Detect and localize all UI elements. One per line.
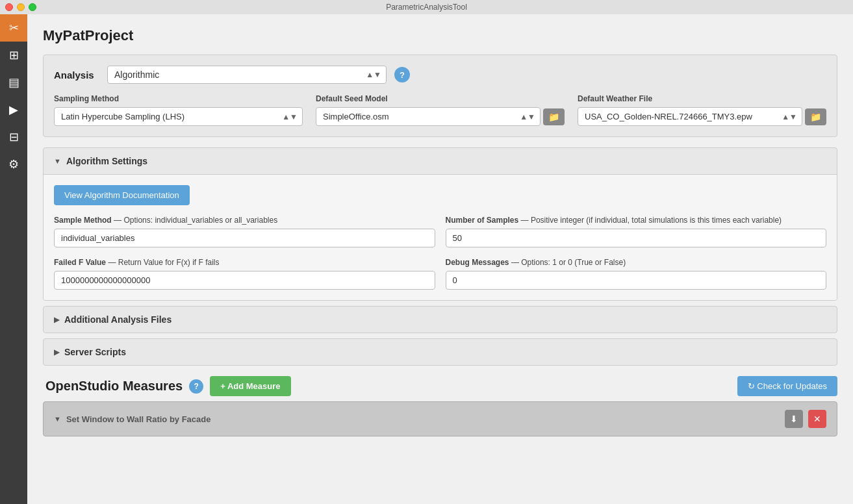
sampling-method-select-container: Latin Hypercube Sampling (LHS) Random Sa… — [54, 107, 303, 126]
play-icon: ▶ — [9, 103, 18, 117]
debug-messages-field-label: Debug Messages — Options: 1 or 0 (True o… — [446, 258, 827, 267]
sampling-method-group: Sampling Method Latin Hypercube Sampling… — [54, 94, 303, 126]
failed-f-field: Failed F Value — Return Value for F(x) i… — [54, 258, 435, 290]
measure-down-button[interactable]: ⬇ — [785, 410, 803, 428]
sidebar-item-gear[interactable]: ⚙ — [0, 151, 27, 178]
seed-model-group: Default Seed Model SimpleOffice.osm ▲▼ 📁 — [316, 94, 565, 126]
window-title: ParametricAnalysisTool — [386, 3, 467, 12]
algorithm-settings-title: Algorithm Settings — [66, 156, 147, 166]
close-icon: ✕ — [813, 414, 821, 424]
sample-method-field: Sample Method — Options: individual_vari… — [54, 216, 435, 247]
weather-file-group: Default Weather File USA_CO_Golden-NREL.… — [578, 94, 826, 126]
seed-model-select[interactable]: SimpleOffice.osm — [316, 107, 541, 126]
analysis-type-row: Analysis Algorithmic Manual ▲▼ ? — [54, 66, 826, 84]
minimize-button[interactable] — [17, 3, 25, 11]
server-scripts-chevron-icon: ▶ — [54, 348, 59, 357]
weather-file-folder-button[interactable]: 📁 — [805, 108, 826, 125]
measure-expand-icon: ▼ — [54, 415, 61, 423]
algo-fields-grid: Sample Method — Options: individual_vari… — [54, 216, 826, 290]
additional-files-chevron-icon: ▶ — [54, 316, 59, 324]
download-icon: ⬇ — [790, 414, 798, 424]
sample-method-hint: — Options: individual_variables or all_v… — [114, 216, 277, 225]
num-samples-input[interactable] — [446, 229, 827, 247]
sample-method-input[interactable] — [54, 229, 435, 247]
seed-model-row: SimpleOffice.osm ▲▼ 📁 — [316, 107, 565, 126]
additional-files-section: ▶ Additional Analysis Files — [43, 306, 837, 333]
tools-icon: ✂ — [9, 21, 19, 35]
sidebar: ✂ ⊞ ▤ ▶ ⊟ ⚙ — [0, 14, 27, 504]
weather-file-select[interactable]: USA_CO_Golden-NREL.724666_TMY3.epw — [578, 107, 802, 126]
measures-container: OpenStudio Measures ? + Add Measure ↻ Ch… — [43, 376, 837, 436]
main-content: MyPatProject Analysis Algorithmic Manual… — [27, 14, 853, 504]
weather-file-label: Default Weather File — [578, 94, 826, 103]
weather-folder-icon: 📁 — [810, 112, 821, 122]
additional-files-title: Additional Analysis Files — [64, 314, 172, 325]
grid-icon: ⊟ — [9, 130, 19, 144]
measures-actions-row: OpenStudio Measures ? + Add Measure ↻ Ch… — [43, 376, 837, 396]
sidebar-item-play[interactable]: ▶ — [0, 96, 27, 123]
gear-icon: ⚙ — [8, 157, 19, 171]
close-button[interactable] — [5, 3, 13, 11]
server-scripts-section: ▶ Server Scripts — [43, 338, 837, 366]
num-samples-field-label: Number of Samples — Positive integer (if… — [446, 216, 827, 225]
measure-name: Set Window to Wall Ratio by Facade — [66, 414, 780, 424]
sampling-method-select[interactable]: Latin Hypercube Sampling (LHS) Random Sa… — [54, 107, 303, 126]
fields-row: Sampling Method Latin Hypercube Sampling… — [54, 94, 826, 126]
seed-model-label: Default Seed Model — [316, 94, 565, 103]
sample-method-field-label: Sample Method — Options: individual_vari… — [54, 216, 435, 225]
sampling-method-label: Sampling Method — [54, 94, 303, 103]
weather-file-select-container: USA_CO_Golden-NREL.724666_TMY3.epw ▲▼ — [578, 107, 802, 126]
weather-file-row: USA_CO_Golden-NREL.724666_TMY3.epw ▲▼ 📁 — [578, 107, 826, 126]
additional-files-header[interactable]: ▶ Additional Analysis Files — [44, 307, 837, 333]
project-title: MyPatProject — [43, 27, 837, 44]
folder-icon: 📁 — [548, 112, 559, 122]
title-bar: ParametricAnalysisTool — [0, 0, 853, 14]
failed-f-field-label: Failed F Value — Return Value for F(x) i… — [54, 258, 435, 267]
analysis-section: Analysis Algorithmic Manual ▲▼ ? Samplin… — [43, 55, 837, 137]
num-samples-hint: — Positive integer (if individual, total… — [521, 216, 782, 225]
debug-messages-hint: — Options: 1 or 0 (True or False) — [511, 258, 626, 267]
add-measure-button[interactable]: + Add Measure — [210, 376, 290, 396]
sidebar-item-grid[interactable]: ⊟ — [0, 123, 27, 151]
layers-icon: ⊞ — [9, 48, 19, 62]
analysis-label: Analysis — [54, 69, 99, 81]
algorithm-settings-body: View Algorithm Documentation Sample Meth… — [44, 174, 837, 300]
view-algorithm-docs-button[interactable]: View Algorithm Documentation — [54, 185, 190, 205]
server-scripts-title: Server Scripts — [64, 347, 126, 357]
debug-messages-field: Debug Messages — Options: 1 or 0 (True o… — [446, 258, 827, 290]
failed-f-input[interactable] — [54, 271, 435, 290]
measure-remove-button[interactable]: ✕ — [808, 410, 826, 428]
measures-title: OpenStudio Measures — [45, 379, 183, 394]
sidebar-item-tools[interactable]: ✂ — [0, 14, 27, 42]
failed-f-hint: — Return Value for F(x) if F fails — [108, 258, 219, 267]
analysis-select-container: Algorithmic Manual ▲▼ — [107, 66, 387, 84]
sidebar-item-layers[interactable]: ⊞ — [0, 42, 27, 69]
analysis-type-select[interactable]: Algorithmic Manual — [107, 66, 387, 84]
server-scripts-header[interactable]: ▶ Server Scripts — [44, 339, 837, 365]
maximize-button[interactable] — [29, 3, 36, 11]
num-samples-field: Number of Samples — Positive integer (if… — [446, 216, 827, 247]
traffic-lights — [5, 3, 36, 11]
seed-model-folder-button[interactable]: 📁 — [543, 108, 565, 125]
app-container: ✂ ⊞ ▤ ▶ ⊟ ⚙ MyPatProject Analysis Alg — [0, 14, 853, 504]
measure-item: ▼ Set Window to Wall Ratio by Facade ⬇ ✕ — [43, 401, 837, 436]
algorithm-settings-chevron-icon: ▼ — [54, 157, 61, 165]
sidebar-item-save[interactable]: ▤ — [0, 69, 27, 96]
algorithm-settings-header[interactable]: ▼ Algorithm Settings — [44, 148, 837, 174]
seed-model-select-container: SimpleOffice.osm ▲▼ — [316, 107, 541, 126]
save-icon: ▤ — [8, 75, 19, 90]
analysis-help-button[interactable]: ? — [394, 67, 410, 82]
check-updates-button[interactable]: ↻ Check for Updates — [737, 376, 837, 396]
measures-help-button[interactable]: ? — [189, 379, 203, 394]
debug-messages-input[interactable] — [446, 271, 827, 290]
measures-header: OpenStudio Measures ? + Add Measure — [43, 376, 737, 396]
algorithm-settings-section: ▼ Algorithm Settings View Algorithm Docu… — [43, 147, 837, 301]
